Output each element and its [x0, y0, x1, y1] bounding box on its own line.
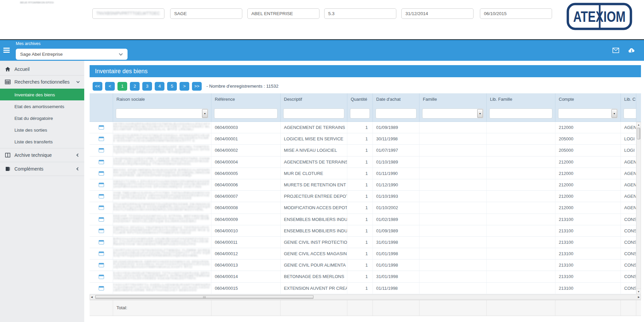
dropdown-arrow-icon[interactable]: ▼	[477, 109, 483, 118]
vertical-scrollbar[interactable]: ▲ ▼	[636, 122, 641, 294]
cell-descriptif: LOGICIEL MISE EN SERVICE	[281, 133, 347, 144]
cell-compte: 213100	[555, 248, 621, 259]
dropdown-arrow-icon[interactable]: ▼	[202, 109, 208, 118]
header-field-date-cloture[interactable]: 31/12/2014	[401, 8, 474, 19]
cell-raison-sociale: YHW TMEUIMACSJOIXLVTIYITMH TSFNAIRWUOXMO…	[113, 191, 211, 202]
book-icon	[5, 166, 11, 172]
sidebar-item-archive-technique[interactable]: Archive technique	[0, 148, 84, 162]
header-field-source[interactable]: SAGE	[170, 8, 242, 19]
home-icon	[5, 66, 11, 72]
scroll-up-arrow[interactable]: ▲	[637, 122, 641, 127]
header-field-dossier[interactable]: ABEL ENTREPRISE	[247, 8, 319, 19]
compte-filter-select[interactable]: ▼	[558, 108, 618, 119]
pagination-page-4[interactable]: 4	[155, 82, 164, 91]
pagination-first-button[interactable]: <<	[93, 82, 102, 91]
pagination-page-5[interactable]: 5	[167, 82, 177, 91]
sidebar-item-liste-des-sorties[interactable]: Liste des sorties	[0, 124, 84, 136]
mail-icon[interactable]	[612, 47, 620, 54]
col-header-compte[interactable]: Compte	[555, 93, 621, 105]
redacted-raison-sociale: LNADHQINAJJIESYVRM T UKESR QIIMAEPSTNRD …	[113, 156, 211, 168]
col-header-lib-compte[interactable]: Lib. C	[621, 93, 636, 105]
reference-filter-input[interactable]	[214, 108, 278, 119]
row-detail-button[interactable]	[90, 168, 113, 179]
raison-sociale-filter-select[interactable]: ▼	[116, 108, 208, 119]
cell-quantite: 1	[347, 237, 373, 248]
horizontal-scrollbar[interactable]: ◀ ▶	[90, 294, 641, 300]
hamburger-icon[interactable]	[3, 48, 10, 53]
row-detail-button[interactable]	[90, 191, 113, 202]
pagination-next-button[interactable]: >	[180, 82, 189, 91]
window-icon	[99, 275, 104, 279]
col-header-raison-sociale[interactable]: Raison sociale	[113, 93, 211, 105]
row-detail-button[interactable]	[90, 202, 113, 213]
header-field-version[interactable]: 5.3	[324, 8, 396, 19]
header-field-date-archive[interactable]: 06/10/2015	[480, 8, 552, 19]
window-icon	[99, 286, 104, 290]
col-header-lib-famille[interactable]: Lib. Famille	[487, 93, 555, 105]
sidebar-item-etat-du-derogatoire[interactable]: Etat du dérogatoire	[0, 112, 84, 124]
cell-descriptif: GENIE CIVIL INST PROTECTIO	[281, 237, 347, 248]
row-detail-button[interactable]	[90, 145, 113, 156]
row-detail-button[interactable]	[90, 214, 113, 225]
col-header-quantite[interactable]: Quantité	[347, 93, 373, 105]
chevron-left-icon	[77, 167, 80, 171]
cell-date-achat: 01/09/1989	[373, 122, 419, 133]
sidebar-item-liste-des-transferts[interactable]: Liste des transferts	[0, 136, 84, 148]
lib-famille-filter-input[interactable]	[489, 108, 552, 119]
header-field-company[interactable]: TNVXBSNIPVPRTTTGELWTTOEC	[92, 8, 164, 19]
pagination-page-1[interactable]: 1	[117, 82, 127, 91]
quantite-filter-input[interactable]	[350, 108, 370, 119]
row-detail-button[interactable]	[90, 156, 113, 168]
cell-lib-compte: CONS	[621, 248, 636, 259]
table-row: DEJSNEZEDIMAN GBRISFCHKEEXZOWNIYJG SDQAR…	[90, 260, 636, 271]
descriptif-filter-input[interactable]	[283, 108, 344, 119]
row-detail-button[interactable]	[90, 237, 113, 248]
cell-reference: 0604/00002	[211, 145, 281, 156]
col-header-reference[interactable]: Référence	[211, 93, 281, 105]
cell-reference: 0604/00004	[211, 156, 281, 168]
row-detail-button[interactable]	[90, 260, 113, 271]
pagination-page-3[interactable]: 3	[142, 82, 152, 91]
row-detail-button[interactable]	[90, 283, 113, 294]
cell-raison-sociale: EEEVHP TFOOOUGGGWFHCLSI NTRSNL WEFXMSIIB…	[113, 214, 211, 225]
sidebar-item-accueil[interactable]: Accueil	[0, 63, 84, 75]
row-detail-button[interactable]	[90, 225, 113, 236]
scroll-right-arrow[interactable]: ▶	[637, 295, 641, 299]
archive-selector[interactable]: Sage Abel Entreprise	[16, 49, 128, 60]
dropdown-arrow-icon[interactable]: ▼	[611, 109, 617, 118]
scroll-down-arrow[interactable]: ▼	[637, 289, 641, 294]
row-detail-button[interactable]	[90, 133, 113, 144]
pagination-prev-button[interactable]: <	[105, 82, 115, 91]
vertical-scroll-thumb[interactable]	[637, 128, 640, 139]
cell-compte: 213100	[555, 237, 621, 248]
pagination-page-2[interactable]: 2	[130, 82, 140, 91]
cell-date-achat: 01/01/1998	[373, 260, 419, 271]
lib-compte-filter-input[interactable]	[624, 108, 636, 119]
row-detail-button[interactable]	[90, 271, 113, 282]
famille-filter-select[interactable]: ▼	[422, 108, 484, 119]
cell-lib-famille	[487, 225, 555, 236]
window-icon	[99, 240, 104, 244]
cell-reference: 0604/00007	[211, 191, 281, 202]
sidebar-item-inventaire-des-biens[interactable]: Inventaire des biens	[0, 89, 84, 100]
cloud-download-icon[interactable]	[628, 47, 635, 54]
cell-raison-sociale: BIRGYAUASGVKMDUER UXUMJBUVIUFHXZQNPZVGEA…	[113, 237, 211, 248]
cell-famille	[419, 271, 487, 282]
col-header-famille[interactable]: Famille	[419, 93, 487, 105]
horizontal-scroll-thumb[interactable]	[95, 295, 313, 299]
cell-raison-sociale: KNBCNXQLCISSNZUDONKEANGASDF WCUMU TIOMTE…	[113, 145, 211, 156]
sidebar-item-recherches-fonctionnelles[interactable]: Recherches fonctionnelles	[0, 76, 84, 88]
cell-date-achat: 01/09/1989	[373, 225, 419, 236]
sidebar-item-etat-des-amortissements[interactable]: Etat des amortissements	[0, 100, 84, 112]
cell-date-achat: 31/01/1998	[373, 271, 419, 282]
pagination-last-button[interactable]: >>	[192, 82, 202, 91]
sidebar-item-complements[interactable]: Compléments	[0, 162, 84, 176]
row-detail-button[interactable]	[90, 248, 113, 259]
date-achat-filter-input[interactable]	[376, 108, 416, 119]
scroll-left-arrow[interactable]: ◀	[90, 295, 94, 299]
row-detail-button[interactable]	[90, 179, 113, 190]
cell-descriptif: BETONNAGE DES MERLONS	[281, 271, 347, 282]
col-header-date-achat[interactable]: Date d'achat	[373, 93, 419, 105]
row-detail-button[interactable]	[90, 122, 113, 133]
col-header-descriptif[interactable]: Descriptif	[281, 93, 347, 105]
